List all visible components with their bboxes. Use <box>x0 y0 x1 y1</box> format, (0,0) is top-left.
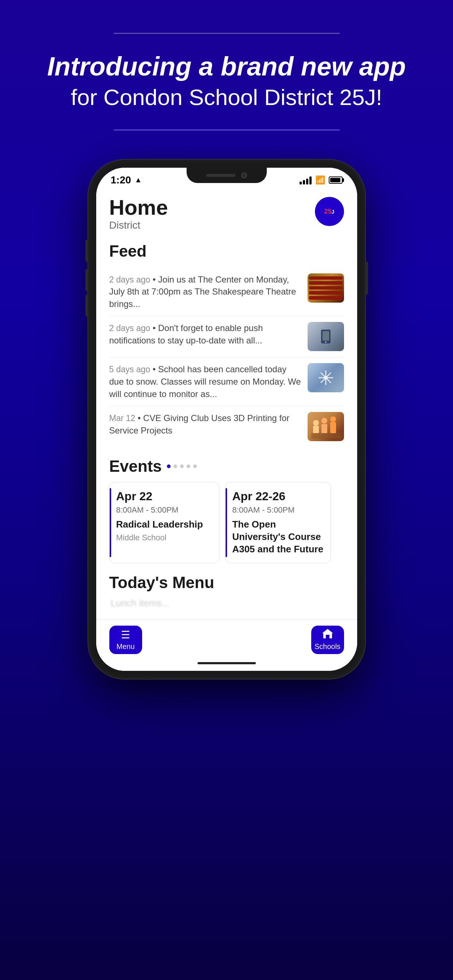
menu-button[interactable]: ☰ Menu <box>109 625 142 654</box>
status-bar: 1:20 ▲ 📶 <box>96 168 357 189</box>
wifi-icon: 📶 <box>315 175 325 185</box>
feed-item[interactable]: 2 days ago • Join us at The Center on Mo… <box>109 267 344 317</box>
dot <box>173 465 177 468</box>
notch <box>187 168 267 183</box>
feed-item[interactable]: 5 days ago • School has been cancelled t… <box>109 357 344 406</box>
svg-point-2 <box>325 341 327 343</box>
events-pagination <box>167 465 197 468</box>
svg-point-7 <box>321 418 327 424</box>
header-line1: Introducing a brand new app <box>47 52 405 81</box>
events-header: Events <box>109 457 344 476</box>
event-name: The Open University's Course A305 and th… <box>232 519 324 555</box>
dot <box>193 465 197 468</box>
event-date: Apr 22 <box>116 490 213 503</box>
header-line2: for Condon School District 25J! <box>47 84 405 111</box>
header-section: Introducing a brand new app for Condon S… <box>18 52 435 111</box>
svg-point-5 <box>313 420 319 426</box>
svg-rect-13 <box>326 635 329 638</box>
feed-time: Mar 12 <box>109 414 135 423</box>
battery-icon <box>329 177 343 184</box>
events-list: Apr 22 8:00AM - 5:00PM Radical Leadershi… <box>109 482 344 563</box>
feed-item[interactable]: Mar 12 • CVE Giving Club Uses 3D Printin… <box>109 406 344 447</box>
speaker <box>206 174 235 177</box>
dot <box>187 465 190 468</box>
event-card[interactable]: Apr 22-26 8:00AM - 5:00PM The Open Unive… <box>225 482 331 563</box>
schools-label: Schools <box>315 643 340 651</box>
feed-time: 2 days ago <box>109 323 151 333</box>
feed-thumbnail <box>308 322 344 351</box>
svg-rect-8 <box>330 422 336 433</box>
menu-title: Today's Menu <box>109 573 344 592</box>
menu-label: Menu <box>116 643 135 651</box>
menu-preview: Lunch items... <box>109 598 344 619</box>
location-arrow-icon: ▲ <box>135 176 142 184</box>
top-divider <box>114 33 340 34</box>
menu-icon: ☰ <box>121 629 130 641</box>
app-content: Home District 25 J Feed <box>96 189 357 619</box>
svg-point-9 <box>330 416 336 422</box>
bottom-nav: ☰ Menu Schools <box>96 619 357 659</box>
phone-screen: 1:20 ▲ 📶 <box>96 168 357 671</box>
app-header: Home District 25 J <box>109 197 344 231</box>
dot-active <box>167 465 170 468</box>
feed-bullet: • <box>153 275 158 285</box>
feed-thumbnail <box>308 274 344 302</box>
feed-thumbnail <box>308 412 344 441</box>
nav-item-schools: Schools <box>311 625 344 654</box>
feed-bullet: • <box>153 364 158 374</box>
svg-point-3 <box>324 376 327 380</box>
feed-time: 5 days ago <box>109 364 151 374</box>
event-time: 8:00AM - 5:00PM <box>232 505 324 515</box>
district-logo[interactable]: 25 J <box>315 197 344 226</box>
svg-marker-12 <box>322 629 333 633</box>
camera <box>241 172 247 178</box>
feed-bullet: • <box>153 323 158 333</box>
events-title: Events <box>109 457 162 476</box>
status-icons: 📶 <box>300 175 343 185</box>
event-name: Radical Leadership <box>116 519 213 531</box>
feed-content: CVE Giving Club Uses 3D Printing for Ser… <box>109 413 290 435</box>
nav-item-menu: ☰ Menu <box>109 625 142 654</box>
schools-button[interactable]: Schools <box>311 625 344 654</box>
phone-outer: 1:20 ▲ 📶 <box>88 160 365 679</box>
home-indicator <box>96 659 357 671</box>
event-time: 8:00AM - 5:00PM <box>116 505 213 515</box>
event-card[interactable]: Apr 22 8:00AM - 5:00PM Radical Leadershi… <box>109 482 220 563</box>
dot <box>180 465 184 468</box>
feed-title: Feed <box>109 242 344 260</box>
svg-rect-6 <box>321 424 327 433</box>
schools-icon <box>322 629 333 641</box>
signal-icon <box>300 176 312 185</box>
feed-time: 2 days ago <box>109 275 151 285</box>
svg-rect-1 <box>323 331 329 340</box>
event-location: Middle School <box>116 533 213 542</box>
app-subtitle: District <box>109 220 168 231</box>
app-title-section: Home District <box>109 197 168 231</box>
bottom-divider <box>114 129 340 130</box>
feed-item[interactable]: 2 days ago • Don't forget to enable push… <box>109 316 344 357</box>
phone-mockup: 1:20 ▲ 📶 <box>63 160 391 679</box>
feed-thumbnail <box>308 363 344 392</box>
svg-rect-4 <box>313 426 319 433</box>
feed-bullet: • <box>138 413 143 423</box>
status-time: 1:20 ▲ <box>111 174 142 186</box>
svg-rect-10 <box>311 433 340 439</box>
event-date: Apr 22-26 <box>232 490 324 503</box>
app-title: Home <box>109 197 168 218</box>
